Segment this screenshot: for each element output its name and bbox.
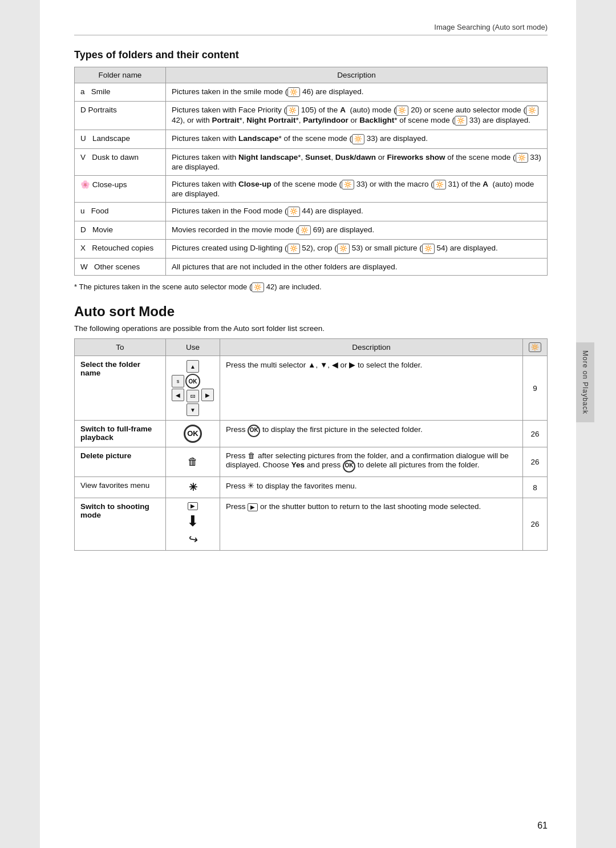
auto-ref: 9 (523, 356, 548, 421)
header-title: Image Searching (Auto sort mode) (434, 23, 548, 31)
auto-col-desc: Description (220, 338, 523, 356)
auto-desc: Press the multi selector ▲, ▼, ◀ or ▶ to… (220, 356, 523, 421)
section1-title: Types of folders and their content (74, 49, 548, 61)
folder-desc: Movies recorded in the movie mode (🔆 69)… (166, 221, 548, 239)
table-row: 🌸 Close-ups Pictures taken with Close-up… (75, 175, 548, 202)
auto-desc: Press OK to display the first picture in… (220, 421, 523, 447)
folder-desc: All pictures that are not included in th… (166, 258, 548, 275)
folder-name: U Landscape (75, 130, 166, 148)
folder-name: 🌸 Close-ups (75, 175, 166, 202)
table-row: X Retouched copies Pictures created usin… (75, 240, 548, 258)
folder-desc: Pictures created using D-lighting (🔆 52)… (166, 240, 548, 258)
auto-col-to: To (75, 338, 166, 356)
table-row: V Dusk to dawn Pictures taken with Night… (75, 148, 548, 175)
table-row: u Food Pictures taken in the Food mode (… (75, 203, 548, 221)
auto-desc: Press ▶ or the shutter button to return … (220, 498, 523, 551)
sidebar-playback-tab: More on Playback (576, 342, 594, 422)
folder-desc: Pictures taken with Night landscape*, Su… (166, 148, 548, 175)
footnote: * The pictures taken in the scene auto s… (74, 282, 548, 292)
auto-ref: 8 (523, 477, 548, 498)
folder-desc: Pictures taken in the smile mode (🔆 46) … (166, 83, 548, 102)
table-row: Select the foldername ▲ $ ◀ OK 🖂 (75, 356, 548, 421)
table-row: W Other scenes All pictures that are not… (75, 258, 548, 275)
table-row: D Portraits Pictures taken with Face Pri… (75, 102, 548, 130)
auto-ref: 26 (523, 421, 548, 447)
folder-name: W Other scenes (75, 258, 166, 275)
auto-to: Select the foldername (75, 356, 166, 421)
folder-name: D Portraits (75, 102, 166, 130)
table-row: Delete picture 🗑 Press 🗑 after selecting… (75, 447, 548, 477)
auto-desc: Press ✳ to display the favorites menu. (220, 477, 523, 498)
section2-title: Auto sort Mode (74, 304, 548, 320)
table-row: a Smile Pictures taken in the smile mode… (75, 83, 548, 102)
auto-desc: Press 🗑 after selecting pictures from th… (220, 447, 523, 477)
folder-name: u Food (75, 203, 166, 221)
auto-ref: 26 (523, 498, 548, 551)
auto-col-use: Use (166, 338, 220, 356)
folder-desc: Pictures taken with Face Priority (🔆 105… (166, 102, 548, 130)
auto-to: Delete picture (75, 447, 166, 477)
auto-ref: 26 (523, 447, 548, 477)
auto-to: Switch to full-frameplayback (75, 421, 166, 447)
table-row: D Movie Movies recorded in the movie mod… (75, 221, 548, 239)
auto-use-icon: ▶ ⬇ ↩ (166, 498, 220, 551)
folder-desc: Pictures taken with Landscape* of the sc… (166, 130, 548, 148)
table-row: U Landscape Pictures taken with Landscap… (75, 130, 548, 148)
folder-name: a Smile (75, 83, 166, 102)
auto-use-icon: ✳ (166, 477, 220, 498)
folder-table-col2: Description (166, 67, 548, 83)
auto-col-ref: 🔆 (523, 338, 548, 356)
table-row: View favorites menu ✳ Press ✳ to display… (75, 477, 548, 498)
folder-table: Folder name Description a Smile Pictures… (74, 67, 548, 276)
folder-desc: Pictures taken with Close-up of the scen… (166, 175, 548, 202)
folder-table-col1: Folder name (75, 67, 166, 83)
auto-to: Switch to shootingmode (75, 498, 166, 551)
page-number: 61 (537, 821, 548, 831)
table-row: Switch to full-frameplayback OK Press OK… (75, 421, 548, 447)
auto-use-icon: ▲ $ ◀ OK 🖂 ▶ (166, 356, 220, 421)
auto-sort-desc: The following operations are possible fr… (74, 324, 548, 333)
auto-to: View favorites menu (75, 477, 166, 498)
folder-name: X Retouched copies (75, 240, 166, 258)
page-header: Image Searching (Auto sort mode) (74, 23, 548, 35)
auto-sort-table: To Use Description 🔆 Select the folderna… (74, 338, 548, 551)
folder-name: D Movie (75, 221, 166, 239)
auto-use-icon: OK (166, 421, 220, 447)
folder-name: V Dusk to dawn (75, 148, 166, 175)
auto-use-icon: 🗑 (166, 447, 220, 477)
table-row: Switch to shootingmode ▶ ⬇ ↩ Press ▶ or … (75, 498, 548, 551)
folder-desc: Pictures taken in the Food mode (🔆 44) a… (166, 203, 548, 221)
